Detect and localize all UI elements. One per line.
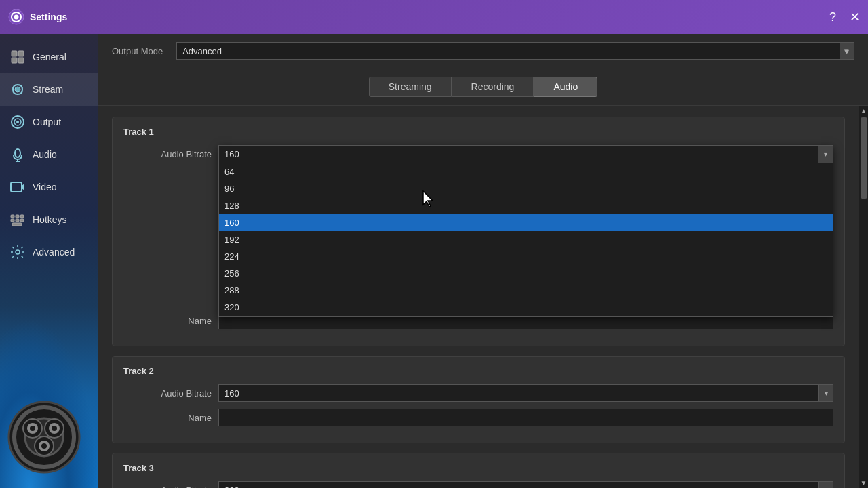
tab-recording[interactable]: Recording: [452, 77, 534, 97]
advanced-icon: [8, 243, 27, 262]
track-3-bitrate-select[interactable]: 320: [218, 481, 833, 488]
track-2-bitrate-label: Audio Bitrate: [123, 388, 212, 399]
svg-rect-22: [12, 223, 22, 226]
output-icon: [8, 113, 27, 131]
svg-rect-5: [12, 58, 17, 63]
track-1-name-label: Name: [123, 316, 212, 326]
track-1-dropdown: 160 ▾ 64 96 128 160 192 224: [218, 145, 833, 317]
tab-streaming[interactable]: Streaming: [369, 77, 452, 97]
dropdown-current-value: 160: [224, 149, 239, 159]
sidebar-item-stream[interactable]: Stream: [0, 73, 98, 106]
sidebar-item-hotkeys-label: Hotkeys: [33, 214, 67, 225]
track-2-name-wrapper: [218, 409, 833, 426]
main-scrollbar[interactable]: ▲ ▼: [859, 106, 868, 488]
sidebar-item-output[interactable]: Output: [0, 106, 98, 138]
svg-rect-19: [11, 219, 14, 222]
track-1-bitrate-label: Audio Bitrate: [123, 149, 212, 159]
track-2-bitrate-wrapper: 160 ▾: [218, 384, 833, 402]
svg-rect-3: [12, 51, 17, 56]
titlebar-controls: ? ✕: [829, 11, 860, 23]
sidebar-item-hotkeys[interactable]: Hotkeys: [0, 203, 98, 236]
video-icon: [8, 178, 27, 197]
track-2-name-label: Name: [123, 413, 212, 423]
sidebar-item-general[interactable]: General: [0, 41, 98, 73]
hotkeys-icon: [8, 210, 27, 229]
svg-point-2: [14, 15, 19, 20]
svg-rect-14: [11, 182, 22, 192]
track-3-section: Track 3 Audio Bitrate 320 ▾ Name: [112, 453, 845, 488]
dropdown-option-320[interactable]: 320: [219, 299, 833, 316]
sidebar-item-output-label: Output: [33, 117, 61, 127]
track-3-bitrate-wrapper: 320 ▾: [218, 481, 833, 488]
sidebar-item-video-label: Video: [33, 182, 57, 192]
app-icon: [8, 9, 24, 25]
output-mode-label: Output Mode: [112, 46, 163, 56]
svg-point-34: [52, 426, 57, 431]
sidebar-item-stream-label: Stream: [33, 84, 63, 95]
help-button[interactable]: ?: [829, 11, 836, 23]
dropdown-option-96[interactable]: 96: [219, 180, 833, 197]
svg-rect-4: [18, 51, 24, 56]
content-area: Output Mode Advanced Simple ▾ Streaming …: [98, 34, 868, 488]
sidebar-item-video[interactable]: Video: [0, 171, 98, 203]
sidebar-item-advanced-label: Advanced: [33, 247, 75, 258]
stream-icon: [8, 80, 27, 99]
track-2-section: Track 2 Audio Bitrate 160 ▾ Name: [112, 356, 845, 443]
track-3-bitrate-label: Audio Bitrate: [123, 485, 212, 489]
general-icon: [8, 47, 27, 66]
svg-rect-21: [20, 219, 24, 222]
dropdown-option-288[interactable]: 288: [219, 282, 833, 299]
sidebar-item-audio[interactable]: Audio: [0, 138, 98, 171]
close-button[interactable]: ✕: [850, 11, 860, 23]
dropdown-option-160[interactable]: 160: [219, 214, 833, 231]
track-2-name-row: Name: [123, 409, 833, 426]
track-1-section: Track 1 Audio Bitrate 160 ▾: [112, 117, 845, 346]
sidebar-item-general-label: General: [33, 52, 66, 62]
track-1-bitrate-wrapper: 160 ▾ 160 ▾ 64 9: [218, 145, 833, 163]
tab-audio[interactable]: Audio: [534, 77, 597, 97]
scrollbar-thumb[interactable]: [861, 117, 867, 199]
dropdown-option-224[interactable]: 224: [219, 248, 833, 265]
output-mode-wrapper: Advanced Simple ▾: [176, 42, 854, 60]
dropdown-option-256[interactable]: 256: [219, 265, 833, 282]
sidebar: General Stream: [0, 34, 98, 488]
sidebar-item-advanced[interactable]: Advanced: [0, 236, 98, 268]
svg-point-35: [41, 443, 47, 449]
dropdown-option-128[interactable]: 128: [219, 197, 833, 214]
dropdown-list: 64 96 128 160 192 224 256 288 320: [219, 163, 833, 316]
window-title: Settings: [30, 12, 67, 22]
dropdown-option-64[interactable]: 64: [219, 163, 833, 180]
tabs-bar: Streaming Recording Audio: [98, 68, 868, 106]
track-3-bitrate-row: Audio Bitrate 320 ▾: [123, 481, 833, 488]
svg-rect-17: [16, 215, 19, 218]
svg-rect-18: [20, 215, 24, 218]
svg-rect-6: [18, 58, 24, 63]
track-2-title: Track 2: [123, 366, 833, 376]
main-layout: General Stream: [0, 34, 868, 488]
svg-rect-16: [11, 215, 14, 218]
output-mode-select[interactable]: Advanced Simple: [176, 42, 854, 60]
dropdown-option-192[interactable]: 192: [219, 231, 833, 248]
titlebar-left: Settings: [8, 9, 67, 25]
scrollbar-down-arrow[interactable]: ▼: [861, 479, 867, 487]
svg-point-33: [30, 426, 35, 431]
svg-point-11: [15, 149, 20, 157]
track-3-title: Track 3: [123, 463, 833, 473]
svg-point-7: [15, 87, 20, 92]
dropdown-arrow-icon: ▾: [818, 146, 833, 163]
svg-rect-20: [16, 219, 19, 222]
track-2-bitrate-row: Audio Bitrate 160 ▾: [123, 384, 833, 402]
output-mode-bar: Output Mode Advanced Simple ▾: [98, 34, 868, 68]
scroll-content: Track 1 Audio Bitrate 160 ▾: [98, 106, 859, 488]
titlebar: Settings ? ✕: [0, 0, 868, 34]
scrollbar-up-arrow[interactable]: ▲: [861, 107, 867, 115]
track-1-bitrate-row: Audio Bitrate 160 ▾ 160 ▾: [123, 145, 833, 163]
svg-point-10: [16, 121, 19, 123]
audio-icon: [8, 145, 27, 164]
track-1-title: Track 1: [123, 127, 833, 137]
obs-logo: [7, 400, 81, 474]
svg-point-23: [16, 250, 20, 254]
track-2-bitrate-select[interactable]: 160: [218, 384, 833, 402]
sidebar-item-audio-label: Audio: [33, 149, 57, 160]
track-2-name-input[interactable]: [218, 409, 833, 426]
